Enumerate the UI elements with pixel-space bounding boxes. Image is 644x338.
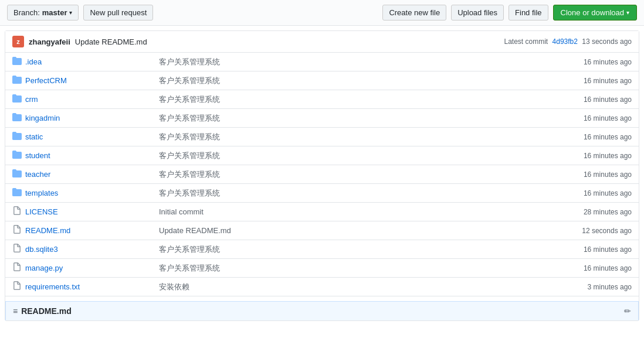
file-link[interactable]: db.sqlite3 xyxy=(25,245,58,254)
file-icon-group: README.md xyxy=(12,225,70,236)
folder-icon xyxy=(12,94,22,105)
file-icon-group: teacher xyxy=(12,169,50,180)
file-link[interactable]: kingadmin xyxy=(25,114,60,122)
file-doc-icon xyxy=(12,244,22,255)
file-time: 16 minutes ago xyxy=(432,165,639,184)
file-icon-group: .idea xyxy=(12,56,42,67)
file-name-cell: .idea xyxy=(5,53,152,71)
file-name-cell: LICENSE xyxy=(5,203,152,221)
file-name-cell: crm xyxy=(5,90,152,109)
new-pull-request-button[interactable]: New pull request xyxy=(83,5,153,21)
table-row: student 客户关系管理系统 16 minutes ago xyxy=(5,146,639,165)
file-icon-group: student xyxy=(12,150,50,161)
commit-author[interactable]: zhangyafeii xyxy=(29,37,70,46)
file-name-cell: kingadmin xyxy=(5,109,152,128)
file-link[interactable]: manage.py xyxy=(25,264,63,272)
file-icon-group: kingadmin xyxy=(12,112,60,124)
table-row: kingadmin 客户关系管理系统 16 minutes ago xyxy=(5,109,639,128)
latest-commit-label: Latest commit xyxy=(504,37,548,46)
file-time: 28 minutes ago xyxy=(432,203,639,221)
file-time: 3 minutes ago xyxy=(432,278,639,296)
commit-message: Update README.md xyxy=(75,37,147,46)
file-name-cell: teacher xyxy=(5,165,152,184)
edit-readme-icon[interactable]: ✏ xyxy=(624,306,631,316)
file-commit-message: 客户关系管理系统 xyxy=(152,109,432,128)
file-name-cell: static xyxy=(5,128,152,146)
table-row: templates 客户关系管理系统 16 minutes ago xyxy=(5,184,639,203)
table-row: db.sqlite3 客户关系管理系统 16 minutes ago xyxy=(5,240,639,259)
file-link[interactable]: LICENSE xyxy=(25,207,58,216)
commit-meta: Latest commit 4d93fb2 13 seconds ago xyxy=(504,37,632,46)
file-time: 16 minutes ago xyxy=(432,240,639,259)
file-icon-group: static xyxy=(12,131,43,142)
file-name-cell: requirements.txt xyxy=(5,278,152,296)
branch-selector[interactable]: Branch: master ▾ xyxy=(7,5,79,21)
file-icon-group: requirements.txt xyxy=(12,281,80,292)
file-commit-message: 客户关系管理系统 xyxy=(152,165,432,184)
file-link[interactable]: .idea xyxy=(25,57,42,66)
file-commit-message: 客户关系管理系统 xyxy=(152,71,432,90)
file-doc-icon xyxy=(12,225,22,236)
folder-icon xyxy=(12,56,22,67)
readme-icon: ≡ xyxy=(13,306,18,316)
right-action-buttons: Create new file Upload files Find file C… xyxy=(382,5,637,21)
file-link[interactable]: student xyxy=(25,151,50,160)
file-doc-icon xyxy=(12,262,22,274)
folder-icon xyxy=(12,131,22,142)
table-row: manage.py 客户关系管理系统 16 minutes ago xyxy=(5,259,639,278)
file-link[interactable]: requirements.txt xyxy=(25,282,80,291)
file-link[interactable]: teacher xyxy=(25,170,50,179)
folder-icon xyxy=(12,112,22,124)
table-row: requirements.txt 安装依赖 3 minutes ago xyxy=(5,278,639,296)
file-link[interactable]: static xyxy=(25,132,43,141)
branch-name: master xyxy=(42,8,67,17)
file-name-cell: student xyxy=(5,146,152,165)
create-new-file-button[interactable]: Create new file xyxy=(382,5,446,21)
table-row: .idea 客户关系管理系统 16 minutes ago xyxy=(5,53,639,71)
readme-title: ≡ README.md xyxy=(13,306,72,316)
branch-caret: ▾ xyxy=(69,9,72,16)
file-commit-message: 客户关系管理系统 xyxy=(152,128,432,146)
upload-files-button[interactable]: Upload files xyxy=(451,5,504,21)
file-name-cell: db.sqlite3 xyxy=(5,240,152,259)
file-link[interactable]: PerfectCRM xyxy=(25,76,67,85)
readme-title-text: README.md xyxy=(21,306,72,316)
folder-icon xyxy=(12,187,22,199)
file-time: 16 minutes ago xyxy=(432,71,639,90)
file-commit-message: 客户关系管理系统 xyxy=(152,146,432,165)
branch-label: Branch: xyxy=(13,8,40,17)
file-icon-group: templates xyxy=(12,187,58,199)
clone-or-download-button[interactable]: Clone or download ▾ xyxy=(553,5,637,21)
table-row: LICENSE Initial commit 28 minutes ago xyxy=(5,203,639,221)
folder-icon xyxy=(12,150,22,161)
file-name-cell: templates xyxy=(5,184,152,203)
file-time: 16 minutes ago xyxy=(432,109,639,128)
file-commit-message: 安装依赖 xyxy=(152,278,432,296)
file-link[interactable]: crm xyxy=(25,95,38,104)
file-commit-message: Initial commit xyxy=(152,203,432,221)
file-time: 16 minutes ago xyxy=(432,146,639,165)
file-doc-icon xyxy=(12,206,22,217)
table-row: crm 客户关系管理系统 16 minutes ago xyxy=(5,90,639,109)
clone-caret: ▾ xyxy=(626,9,629,16)
file-link[interactable]: templates xyxy=(25,189,58,197)
file-icon-group: crm xyxy=(12,94,38,105)
readme-section: ≡ README.md ✏ xyxy=(5,301,639,320)
file-icon-group: LICENSE xyxy=(12,206,58,217)
file-link[interactable]: README.md xyxy=(25,226,70,235)
file-time: 16 minutes ago xyxy=(432,53,639,71)
table-row: teacher 客户关系管理系统 16 minutes ago xyxy=(5,165,639,184)
file-commit-message: 客户关系管理系统 xyxy=(152,90,432,109)
file-commit-message: 客户关系管理系统 xyxy=(152,184,432,203)
commit-time: 13 seconds ago xyxy=(582,37,632,46)
file-time: 16 minutes ago xyxy=(432,90,639,109)
file-commit-message: Update README.md xyxy=(152,221,432,240)
file-time: 16 minutes ago xyxy=(432,184,639,203)
find-file-button[interactable]: Find file xyxy=(509,5,548,21)
file-commit-message: 客户关系管理系统 xyxy=(152,53,432,71)
commit-hash[interactable]: 4d93fb2 xyxy=(553,37,578,46)
folder-icon xyxy=(12,169,22,180)
file-time: 16 minutes ago xyxy=(432,128,639,146)
repository-content: z zhangyafeii Update README.md Latest co… xyxy=(5,30,639,321)
file-name-cell: PerfectCRM xyxy=(5,71,152,90)
